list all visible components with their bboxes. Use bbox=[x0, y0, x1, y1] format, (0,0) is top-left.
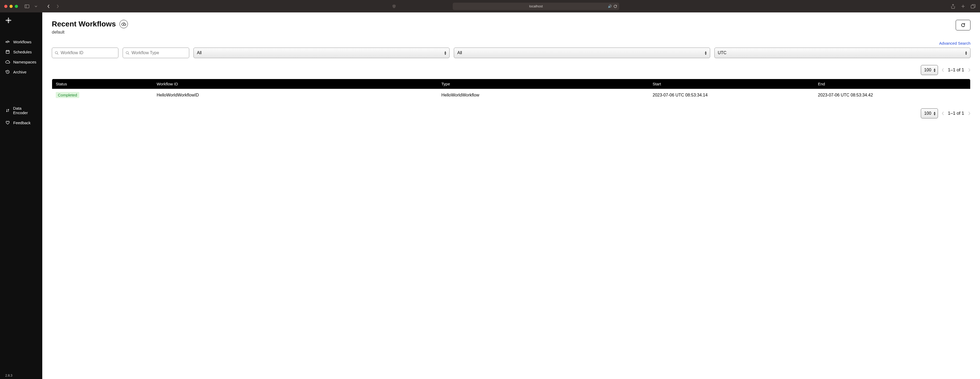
namespace-subtitle: default bbox=[52, 30, 128, 35]
history-icon bbox=[5, 70, 10, 74]
version-label: 2.8.3 bbox=[0, 372, 42, 379]
share-icon[interactable] bbox=[950, 4, 956, 9]
status-filter-select[interactable]: All ▲▼ bbox=[194, 48, 450, 58]
select-arrows-icon: ▲▼ bbox=[704, 51, 707, 55]
refresh-icon bbox=[961, 22, 966, 28]
tabs-overview-icon[interactable] bbox=[970, 4, 976, 9]
next-page-button[interactable] bbox=[968, 68, 970, 72]
cell-type: HelloWorldWorkflow bbox=[438, 89, 649, 102]
cloud-icon bbox=[5, 59, 10, 64]
pagination-range: 1–1 of 1 bbox=[948, 67, 964, 73]
new-tab-icon[interactable] bbox=[961, 4, 966, 9]
pagination-top: 100 ▲▼ 1–1 of 1 bbox=[52, 65, 970, 75]
calendar-icon bbox=[5, 49, 10, 54]
sidebar-item-feedback[interactable]: Feedback bbox=[0, 118, 42, 127]
sidebar-item-workflows[interactable]: Workflows bbox=[0, 37, 42, 47]
sidebar-item-label: Namespaces bbox=[13, 60, 37, 64]
cell-workflow-id: HelloWorldWorkflowID bbox=[153, 89, 438, 102]
app-logo[interactable] bbox=[5, 17, 42, 24]
sidebar-item-namespaces[interactable]: Namespaces bbox=[0, 57, 42, 67]
close-window-button[interactable] bbox=[4, 5, 7, 8]
table-row[interactable]: Completed HelloWorldWorkflowID HelloWorl… bbox=[52, 89, 970, 102]
search-icon bbox=[55, 51, 59, 55]
cell-start: 2023-07-06 UTC 08:53:34.14 bbox=[649, 89, 814, 102]
advanced-search-link[interactable]: Advanced Search bbox=[939, 41, 970, 45]
reload-icon[interactable] bbox=[613, 5, 617, 8]
timezone-value: UTC bbox=[718, 51, 727, 55]
refresh-button[interactable] bbox=[956, 20, 970, 30]
table-header-row: Status Workflow ID Type Start End bbox=[52, 79, 970, 89]
chevron-down-icon[interactable] bbox=[33, 4, 38, 9]
workflows-icon bbox=[5, 39, 10, 44]
pagination-range: 1–1 of 1 bbox=[948, 111, 964, 116]
sort-icon bbox=[5, 108, 10, 113]
minimize-window-button[interactable] bbox=[10, 5, 13, 8]
page-title: Recent Workflows bbox=[52, 20, 116, 28]
timezone-select[interactable]: UTC ▲▼ bbox=[714, 48, 970, 58]
browser-chrome: localhost 🔊 bbox=[0, 0, 980, 13]
status-badge: Completed bbox=[56, 92, 79, 98]
back-button[interactable] bbox=[46, 4, 51, 9]
sidebar-item-label: Archive bbox=[13, 70, 26, 74]
svg-rect-2 bbox=[971, 5, 974, 8]
svg-rect-3 bbox=[6, 51, 9, 53]
main-content: Recent Workflows default Advanced Search bbox=[42, 13, 980, 379]
col-end: End bbox=[814, 79, 970, 89]
url-bar[interactable]: localhost 🔊 bbox=[453, 3, 619, 10]
svg-line-8 bbox=[57, 54, 59, 55]
cell-end: 2023-07-06 UTC 08:53:34.42 bbox=[814, 89, 970, 102]
next-page-button[interactable] bbox=[968, 111, 970, 115]
svg-rect-0 bbox=[25, 5, 29, 8]
workflow-type-input-wrapper bbox=[123, 48, 189, 58]
pagination-bottom: 100 ▲▼ 1–1 of 1 bbox=[52, 108, 970, 118]
workflows-table: Status Workflow ID Type Start End Comple… bbox=[52, 79, 970, 102]
time-filter-value: All bbox=[457, 51, 462, 55]
svg-line-10 bbox=[128, 54, 129, 55]
cloud-badge-icon[interactable] bbox=[119, 20, 128, 28]
sidebar: Workflows Schedules Namespaces Archive D… bbox=[0, 13, 42, 379]
page-size-select[interactable]: 100 ▲▼ bbox=[921, 108, 938, 118]
sidebar-item-data-encoder[interactable]: Data Encoder bbox=[0, 104, 42, 118]
sidebar-item-label: Data Encoder bbox=[13, 106, 37, 115]
forward-button[interactable] bbox=[55, 4, 60, 9]
col-status: Status bbox=[52, 79, 153, 89]
select-arrows-icon: ▲▼ bbox=[444, 51, 447, 55]
sidebar-item-label: Feedback bbox=[13, 121, 31, 125]
maximize-window-button[interactable] bbox=[15, 5, 18, 8]
workflow-type-input[interactable] bbox=[131, 51, 186, 55]
page-size-value: 100 bbox=[924, 68, 931, 72]
page-size-value: 100 bbox=[924, 111, 931, 116]
col-start: Start bbox=[649, 79, 814, 89]
select-arrows-icon: ▲▼ bbox=[965, 51, 967, 55]
workflow-id-input-wrapper bbox=[52, 48, 118, 58]
search-icon bbox=[126, 51, 129, 55]
filter-row: All ▲▼ All ▲▼ UTC ▲▼ bbox=[52, 48, 970, 58]
sidebar-item-archive[interactable]: Archive bbox=[0, 67, 42, 77]
page-size-select[interactable]: 100 ▲▼ bbox=[921, 65, 938, 75]
col-type: Type bbox=[438, 79, 649, 89]
svg-point-9 bbox=[126, 51, 129, 54]
time-filter-select[interactable]: All ▲▼ bbox=[454, 48, 710, 58]
status-filter-value: All bbox=[197, 51, 202, 55]
prev-page-button[interactable] bbox=[942, 111, 944, 115]
sidebar-item-label: Schedules bbox=[13, 50, 32, 54]
workflow-id-input[interactable] bbox=[60, 51, 116, 55]
sidebar-item-label: Workflows bbox=[13, 40, 32, 44]
url-text: localhost bbox=[529, 4, 542, 8]
svg-point-7 bbox=[55, 51, 57, 54]
select-arrows-icon: ▲▼ bbox=[933, 111, 936, 116]
sidebar-toggle-icon[interactable] bbox=[24, 4, 30, 9]
prev-page-button[interactable] bbox=[942, 68, 944, 72]
select-arrows-icon: ▲▼ bbox=[933, 68, 936, 72]
audio-icon[interactable]: 🔊 bbox=[608, 5, 612, 8]
heart-icon bbox=[5, 120, 10, 125]
shield-icon[interactable] bbox=[391, 4, 397, 9]
window-controls bbox=[4, 5, 18, 8]
sidebar-item-schedules[interactable]: Schedules bbox=[0, 47, 42, 57]
col-workflow-id: Workflow ID bbox=[153, 79, 438, 89]
